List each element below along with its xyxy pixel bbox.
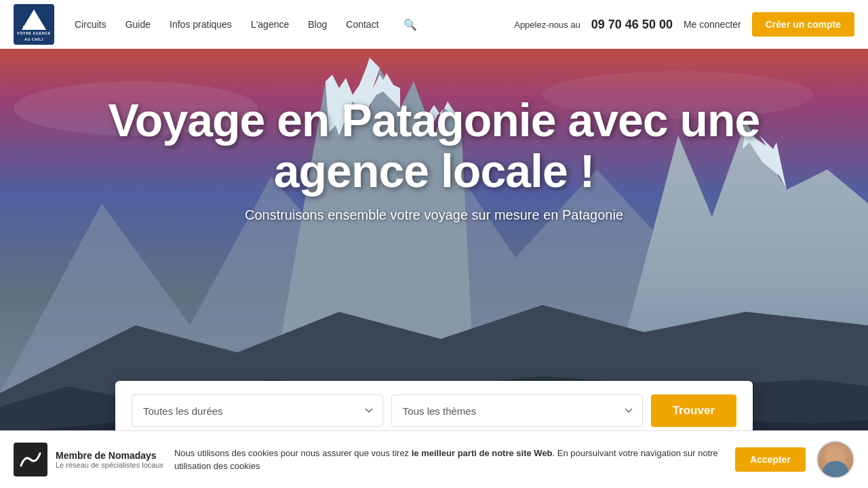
- nav-contact[interactable]: Contact: [346, 19, 378, 30]
- nomadays-title: Membre de Nomadays: [56, 450, 163, 461]
- nav-agence[interactable]: L'agence: [251, 19, 289, 30]
- nomadays-text: Membre de Nomadays Le réseau de spéciali…: [56, 450, 163, 469]
- avatar-image: [818, 442, 853, 477]
- phone-number: 09 70 46 50 00: [591, 18, 673, 32]
- search-button[interactable]: Trouver: [651, 394, 736, 427]
- duration-select[interactable]: Toutes les durées 1 semaine 2 semaines 3…: [132, 394, 383, 427]
- nav-guide[interactable]: Guide: [125, 19, 151, 30]
- nav-circuits[interactable]: Circuits: [75, 19, 106, 30]
- avatar-body: [822, 461, 849, 477]
- theme-select[interactable]: Tous les thèmes Aventure Culture Nature …: [391, 394, 643, 427]
- avatar: [816, 441, 854, 479]
- cookie-banner: Membre de Nomadays Le réseau de spéciali…: [0, 430, 868, 488]
- cookie-message: Nous utilisons des cookies pour nous ass…: [174, 447, 724, 473]
- accept-cookies-button[interactable]: Accepter: [735, 447, 806, 472]
- phone-prefix: Appelez-nous au: [514, 20, 580, 30]
- login-link[interactable]: Me connecter: [684, 19, 741, 30]
- hero-subtitle: Construisons ensemble votre voyage sur m…: [41, 207, 827, 223]
- nav-blog[interactable]: Blog: [308, 19, 327, 30]
- nav-right: Appelez-nous au 09 70 46 50 00 Me connec…: [514, 12, 854, 37]
- nomadays-subtitle: Le réseau de spécialistes locaux: [56, 461, 163, 469]
- nav-infos-pratiques[interactable]: Infos pratiques: [170, 19, 232, 30]
- nomadays-badge: Membre de Nomadays Le réseau de spéciali…: [14, 443, 163, 476]
- create-account-button[interactable]: Créer un compte: [752, 12, 854, 37]
- logo[interactable]: CHILIVOYAGEVOTRE AGENCEAU CHILI: [14, 4, 54, 45]
- hero-content: Voyage en Patagonie avec une agence loca…: [0, 95, 868, 223]
- navbar: CHILIVOYAGEVOTRE AGENCEAU CHILI Circuits…: [0, 0, 868, 49]
- nomadays-logo: [14, 443, 47, 476]
- logo-text: CHILIVOYAGEVOTRE AGENCEAU CHILI: [17, 19, 51, 42]
- search-icon[interactable]: 🔍: [403, 18, 417, 31]
- hero-title: Voyage en Patagonie avec une agence loca…: [41, 95, 827, 197]
- nav-links: Circuits Guide Infos pratiques L'agence …: [75, 18, 514, 31]
- logo-box: CHILIVOYAGEVOTRE AGENCEAU CHILI: [14, 4, 54, 45]
